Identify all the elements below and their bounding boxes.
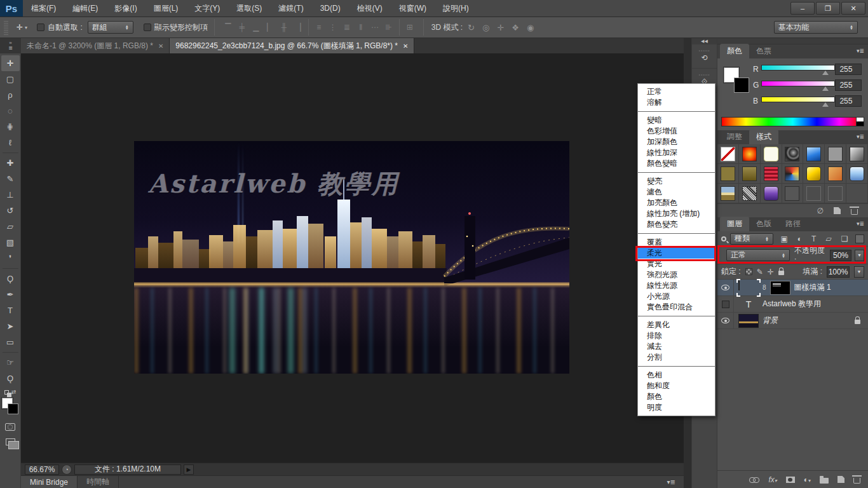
options-grip[interactable] [4,20,8,35]
channel-gradient-track[interactable] [761,65,835,71]
channel-value-field[interactable]: 255 [835,79,862,91]
foreground-background-swatches[interactable] [724,67,749,93]
opacity-dropdown-arrow[interactable]: ▼ [855,250,864,261]
blend-mode-dropdown[interactable]: 正常 ▲▼ [726,249,790,261]
filter-toggle[interactable] [855,234,864,243]
style-cell[interactable] [782,144,804,164]
background-thumbnail[interactable] [738,314,759,328]
dodge-tool[interactable]: Ϙ [1,271,20,287]
close-button[interactable]: ✕ [841,2,865,15]
visibility-eye-icon[interactable] [721,318,729,323]
blend-mode-item[interactable]: 線性加深 [638,147,715,158]
style-cell[interactable] [825,144,846,164]
visibility-well[interactable] [717,313,734,329]
type-tool[interactable]: T [1,302,20,318]
delete-style-icon[interactable] [851,209,858,215]
pattern-thumbnail[interactable] [738,281,759,295]
style-cell[interactable] [717,164,739,184]
color-tab[interactable]: 顏色 [720,44,749,58]
style-yellow-bevel[interactable] [806,166,821,181]
style-cell[interactable] [846,184,868,203]
bottom-strip-tab[interactable]: Mini Bridge [21,476,78,488]
blend-mode-item[interactable]: 顏色變亮 [638,219,715,230]
blend-mode-item[interactable]: 差異化 [638,320,715,330]
menubar-item[interactable]: 編輯(E) [64,0,106,17]
styles-tab[interactable]: 調整 [720,130,749,144]
close-tab-icon[interactable]: ✕ [158,43,163,50]
auto-select-dropdown[interactable]: 群組 ▲▼ [88,21,133,34]
style-cell[interactable] [803,164,825,184]
background-color-swatch[interactable] [8,403,18,414]
blend-mode-item[interactable]: 小光源 [638,291,715,302]
menubar-item[interactable]: 選取(S) [228,0,270,17]
filter-kind-dropdown[interactable]: 種類 ▲▼ [730,233,773,245]
black-swatch[interactable] [856,121,864,126]
document-tab[interactable]: 未命名-1 @ 3200% (圖層 1, RGB/8) *✕ [21,38,170,53]
clone-stamp-tool[interactable]: ⊥ [1,187,20,203]
slider-thumb-icon[interactable] [822,71,829,75]
color-tab[interactable]: 色票 [749,44,778,58]
style-cell[interactable] [782,164,804,184]
slider-thumb-icon[interactable] [822,86,829,91]
blend-mode-item[interactable]: 強烈光源 [638,269,715,280]
style-cell[interactable] [717,184,739,203]
new-style-icon[interactable] [834,207,841,214]
minimize-button[interactable]: – [790,2,815,15]
channel-slider[interactable] [761,95,830,107]
path-select-tool[interactable]: ➤ [1,318,20,334]
tabbar-overflow-icon[interactable]: »≣ [0,38,21,53]
blend-mode-item[interactable]: 濾色 [638,187,715,198]
canvas-image[interactable]: Astarlweb 教學用 [134,141,569,374]
close-tab-icon[interactable]: ✕ [403,43,408,50]
blend-mode-item[interactable]: 顏色 [638,391,715,402]
slider-thumb-icon[interactable] [822,102,829,107]
restore-button[interactable]: ❐ [816,2,840,15]
zoom-level-field[interactable]: 66.67% [25,464,59,475]
lock-all-icon[interactable] [778,271,784,275]
shape-tool[interactable]: ▭ [1,334,20,350]
blend-mode-item[interactable]: 明度 [638,402,715,413]
mode-3d-icon[interactable]: ✛ [497,23,504,32]
history-panel-icon[interactable]: ⟲ [692,44,717,69]
pen-tool[interactable]: ✒ [1,287,20,302]
style-multicolor[interactable] [785,166,799,181]
background-color-swatch[interactable] [734,78,749,93]
style-cell[interactable] [846,144,868,164]
adjustment-layer-icon[interactable]: ◐▾ [804,475,811,484]
style-bw-noise[interactable] [742,186,757,201]
lasso-tool[interactable]: ρ [1,87,20,103]
blend-mode-item[interactable]: 排除 [638,330,715,341]
layer-filter-icon[interactable]: ◐ [797,234,802,243]
channel-gradient-track[interactable] [761,97,835,102]
history-brush-tool[interactable]: ↺ [1,203,20,219]
mode-3d-icon[interactable]: ↻ [468,23,475,32]
style-empty-1[interactable] [806,186,821,201]
blend-mode-item[interactable]: 減去 [638,341,715,352]
layers-tab[interactable]: 圖層 [720,217,749,231]
blend-mode-item[interactable]: 實光 [638,259,715,269]
fill-value[interactable]: 100% [827,266,850,278]
blend-mode-item[interactable]: 色彩增值 [638,126,715,137]
menubar-item[interactable]: 檔案(F) [23,0,64,17]
style-cell[interactable] [761,184,782,203]
style-cell[interactable] [739,144,761,164]
blend-mode-item[interactable]: 顏色變暗 [638,158,715,169]
blur-tool[interactable]: ❜ [1,250,20,266]
channel-value-field[interactable]: 255 [835,95,862,107]
status-options-arrow[interactable]: ▶ [184,464,194,475]
menubar-item[interactable]: 文字(Y) [186,0,228,17]
menubar-item[interactable]: 3D(D) [312,0,349,17]
style-orange-glow[interactable] [742,147,757,161]
mode-3d-icon[interactable]: ❖ [512,23,519,32]
healing-brush-tool[interactable]: ✚ [1,155,20,171]
style-cell[interactable] [825,184,846,203]
blend-mode-item[interactable]: 線性光源 [638,280,715,291]
channel-slider[interactable] [761,79,830,91]
zoom-tool[interactable]: Ǫ [1,370,20,386]
blend-mode-item[interactable]: 柔光 [638,248,715,259]
mode-3d-icon[interactable]: ◉ [527,23,534,32]
style-cell[interactable] [739,184,761,203]
style-cell[interactable] [739,164,761,184]
menubar-item[interactable]: 圖層(L) [146,0,187,17]
style-empty-2[interactable] [828,186,843,201]
